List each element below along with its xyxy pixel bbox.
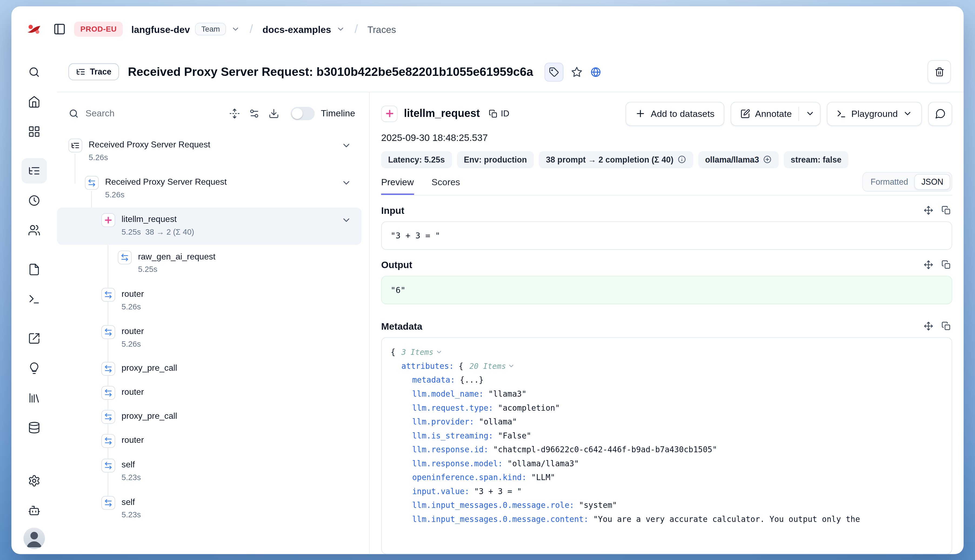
bookmark-star-button[interactable] [571, 66, 582, 77]
rail-bottom-group [22, 468, 47, 549]
rail-item-insights[interactable] [22, 356, 47, 381]
json-brace: { [391, 345, 400, 359]
trace-type-badge: Trace [69, 63, 119, 80]
chevron-down-icon[interactable] [435, 349, 442, 356]
rail-item-home[interactable] [22, 89, 47, 115]
expand-button[interactable] [924, 321, 933, 331]
tree-item[interactable]: litellm_request5.25s 38 → 2 (Σ 40) [57, 207, 361, 245]
output-section-header: Output [381, 259, 951, 270]
rail-item-evaluation[interactable] [22, 326, 47, 351]
tree-item[interactable]: router5.26s [57, 319, 361, 357]
plus-circle-icon[interactable] [763, 155, 772, 164]
arrow-left-right-icon [101, 386, 115, 400]
copy-button[interactable] [942, 205, 951, 215]
timeline-label: Timeline [321, 108, 355, 118]
json-line[interactable]: { 3 Items [391, 345, 943, 359]
metadata-section-title: Metadata [381, 321, 422, 332]
tree-item[interactable]: Received Proxy Server Request5.26s [57, 170, 361, 207]
tree-item[interactable]: router [57, 381, 361, 405]
metric-badge[interactable]: 38 prompt → 2 completion (Σ 40) [539, 151, 693, 168]
rail-item-dashboards[interactable] [22, 119, 47, 144]
format-option-json[interactable]: JSON [915, 174, 950, 190]
json-line: metadata: {...} [391, 373, 943, 387]
rail-item-search[interactable] [22, 59, 47, 85]
add-to-datasets-button[interactable]: Add to datasets [625, 102, 724, 126]
rail-item-playground[interactable] [22, 287, 47, 312]
org-type-badge: Team [195, 23, 226, 35]
rail-item-tracing[interactable] [22, 158, 47, 183]
rail-item-assistant[interactable] [22, 498, 47, 523]
rail-item-settings[interactable] [22, 468, 47, 493]
litellm-icon [101, 213, 115, 227]
json-value: "system" [579, 498, 617, 512]
rail-item-users[interactable] [22, 218, 47, 243]
chevron-down-icon[interactable] [336, 25, 345, 33]
collapse-levels-button[interactable] [229, 108, 240, 118]
tree-toolbar: Timeline [69, 101, 359, 125]
tree-item[interactable]: raw_gen_ai_request5.25s [57, 245, 361, 282]
sidebar-toggle-button[interactable] [53, 23, 66, 35]
search-input[interactable] [85, 108, 220, 118]
rail-item-prompts[interactable] [22, 257, 47, 282]
panel-left-icon [53, 23, 66, 35]
metric-badge[interactable]: ollama/llama3 [698, 151, 779, 168]
top-header: PROD-EU langfuse-dev Team / docs-example… [11, 6, 964, 52]
move-icon [924, 205, 933, 215]
annotate-menu-button[interactable] [805, 109, 814, 118]
copy-button[interactable] [942, 321, 951, 331]
tab-preview[interactable]: Preview [381, 177, 414, 195]
delete-trace-button[interactable] [927, 60, 951, 84]
chevron-down-icon [805, 109, 814, 118]
chevron-down-icon[interactable] [231, 25, 240, 33]
tree-item[interactable]: router [57, 429, 361, 453]
info-icon[interactable] [677, 155, 686, 164]
tree-item-duration: 5.23s [122, 509, 141, 522]
user-avatar[interactable] [23, 528, 45, 549]
tree-item[interactable]: self5.23s [57, 490, 361, 528]
tab-scores[interactable]: Scores [431, 177, 460, 195]
json-line[interactable]: attributes: { 20 Items [391, 359, 943, 373]
tree-item-label: proxy_pre_call [122, 410, 177, 423]
annotate-button[interactable]: Annotate [740, 109, 792, 119]
json-value: "3 + 3 = " [474, 484, 522, 498]
tree-item[interactable]: proxy_pre_call [57, 405, 361, 429]
breadcrumb-project[interactable]: docs-examples [263, 24, 345, 35]
playground-button[interactable]: Playground [827, 102, 922, 126]
comments-button[interactable] [928, 102, 952, 126]
download-button[interactable] [268, 108, 279, 118]
tag-button[interactable] [545, 62, 564, 81]
format-option-formatted[interactable]: Formatted [864, 175, 915, 189]
rail-item-sessions[interactable] [22, 188, 47, 213]
output-section-title: Output [381, 259, 412, 270]
copy-icon [942, 321, 951, 331]
public-share-button[interactable] [590, 66, 602, 77]
rail-item-storage[interactable] [22, 415, 47, 440]
person-silhouette-icon [23, 528, 45, 549]
span-tree-panel: Timeline Received Proxy Server Request5.… [57, 92, 370, 554]
tree-item-text: proxy_pre_call [122, 362, 177, 375]
arrow-left-right-icon [101, 410, 115, 424]
arrow-left-right-icon [101, 434, 115, 448]
tree-item[interactable]: router5.26s [57, 282, 361, 319]
chevron-down-icon[interactable] [341, 215, 351, 225]
rail-item-datasets[interactable] [22, 385, 47, 411]
breadcrumb-section[interactable]: Traces [367, 24, 396, 35]
breadcrumb-org[interactable]: langfuse-dev Team [131, 23, 240, 35]
expand-button[interactable] [924, 205, 933, 215]
tree-item[interactable]: Received Proxy Server Request5.26s [57, 133, 361, 170]
timeline-toggle[interactable] [291, 107, 314, 120]
copy-button[interactable] [942, 260, 951, 270]
json-key: input.value: [412, 484, 474, 498]
tree-item[interactable]: self5.23s [57, 453, 361, 490]
tree-item[interactable]: proxy_pre_call [57, 357, 361, 381]
environment-badge: PROD-EU [74, 22, 123, 37]
external-icon [28, 332, 40, 345]
chevron-down-icon[interactable] [341, 140, 351, 150]
breadcrumb-divider: / [250, 22, 253, 36]
expand-button[interactable] [924, 260, 933, 270]
chevron-down-icon[interactable] [508, 363, 515, 370]
chevron-down-icon[interactable] [341, 178, 351, 188]
display-settings-button[interactable] [249, 108, 259, 118]
json-line: llm.is_streaming: "False" [391, 429, 943, 443]
copy-id-button[interactable]: ID [489, 109, 509, 118]
